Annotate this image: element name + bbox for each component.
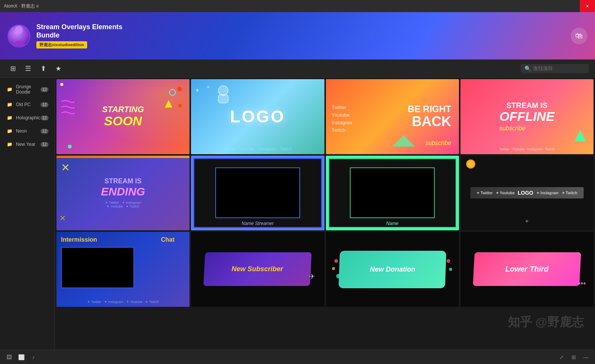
intermission-socials: ✦ Twitter · ✦ Instagram · ✦ Youtube · ✦ … (56, 300, 189, 304)
sidebar-item-neon[interactable]: 📁 Neon 12 (2, 125, 53, 137)
ending-text: Stream is ENDING ✦ Twitter ✦ Instagram✦ … (101, 178, 145, 208)
asset-grid: Starting SOON ✦ ✦ (56, 79, 593, 307)
main-layout: 📁 Grunge Doodle 12 📁 Old PC 12 📁 Hologra… (0, 78, 595, 350)
list-icon: ☰ (25, 64, 31, 73)
header-title-block: Stream Overlays Elements Bundle 野鹿志nixst… (36, 23, 122, 48)
offline-deco (575, 130, 586, 143)
sidebar-badge-grunge-doodle: 12 (41, 87, 49, 92)
sidebar-item-grunge-doodle[interactable]: 📁 Grunge Doodle 12 (2, 81, 53, 98)
music-icon[interactable]: ♪ (29, 353, 38, 362)
svg-rect-8 (218, 95, 228, 103)
folder-icon-5: 📁 (6, 141, 13, 148)
logo-bar-inner: ✦ Twitter ✦ Youtube LOGO ✦ Instagram ✦ T… (470, 187, 584, 198)
filter-icon: ⊞ (10, 64, 16, 73)
offline-text: Stream is OFFLINE subscribe (499, 101, 554, 132)
brb-text: Be Right BACK subscribe (408, 104, 451, 129)
star-button[interactable]: ★ (52, 62, 65, 75)
image-icon[interactable]: 🖼 (5, 353, 14, 362)
sidebar-label-neon: Neon (16, 128, 41, 134)
deco-waves (60, 98, 75, 120)
author-badge[interactable]: 野鹿志nixstudioedition (36, 41, 87, 48)
list-view-button[interactable]: ☰ (21, 62, 35, 75)
svg-point-0 (15, 26, 23, 34)
asset-card-new-donation[interactable]: New Donation (326, 232, 459, 307)
sidebar-item-holographic[interactable]: 📁 Holographic 12 (2, 111, 53, 124)
cart-button[interactable]: 🛍 (571, 28, 587, 44)
asset-card-stream-offline[interactable]: Stream is OFFLINE subscribe Twitter · Yo… (460, 79, 593, 154)
search-input[interactable] (533, 66, 586, 71)
close-button[interactable]: × (580, 0, 595, 12)
intermission-label: Intermission (61, 236, 97, 243)
new-donation-text: New Donation (370, 265, 415, 273)
webcam-frame-blue (192, 157, 323, 230)
star-icon: ★ (55, 64, 61, 73)
logo-icon (466, 159, 475, 169)
asset-card-lower-third[interactable]: Lower Third ••• (460, 232, 593, 307)
svg-marker-2 (165, 100, 172, 108)
asset-card-logo-bar[interactable]: ✦ Twitter ✦ Youtube LOGO ✦ Instagram ✦ T… (460, 156, 593, 231)
logo-text: LOGO (230, 107, 285, 126)
avatar-inner (8, 25, 30, 47)
svg-point-19 (449, 268, 452, 271)
status-bar-left: 🖼 ⬜ ♪ (5, 353, 38, 362)
sidebar-badge-neon: 12 (41, 129, 49, 134)
folder-icon-4: 📁 (6, 128, 13, 134)
export-button[interactable]: ⬆ (36, 62, 50, 75)
svg-text:Youtube: Youtube (332, 112, 349, 118)
lower-third-text: Lower Third (505, 265, 548, 273)
svg-text:Twitch: Twitch (332, 127, 346, 133)
product-title: Stream Overlays Elements Bundle (36, 23, 122, 39)
header-banner: Stream Overlays Elements Bundle 野鹿志nixst… (0, 12, 595, 59)
asset-card-logo[interactable]: ✦ ✦ ✦ LOGO Twitter · Youtube · Instagram… (191, 79, 324, 154)
folder-icon: 📁 (6, 86, 13, 93)
sidebar: 📁 Grunge Doodle 12 📁 Old PC 12 📁 Hologra… (0, 78, 55, 350)
asset-card-intermission[interactable]: Intermission Chat ✦ Twitter · ✦ Instagra… (56, 232, 189, 307)
sidebar-label-holographic: Holographic (16, 115, 41, 120)
asset-card-webcam-green[interactable]: Name (326, 156, 459, 231)
offline-socials: Twitter · Youtube · Instagram · Twitch (460, 147, 593, 151)
svg-point-3 (178, 104, 182, 108)
toolbar: ⊞ ☰ ⬆ ★ 🔍 (0, 59, 595, 78)
sidebar-item-old-pc[interactable]: 📁 Old PC 12 (2, 98, 53, 111)
layout-icon[interactable]: ⬜ (17, 353, 26, 362)
search-box[interactable]: 🔍 (521, 64, 589, 73)
deco-shapes (161, 85, 184, 117)
svg-point-16 (332, 267, 335, 270)
webcam-frame-green (327, 157, 458, 230)
filter-button[interactable]: ⊞ (6, 62, 20, 75)
svg-point-18 (446, 259, 450, 263)
webcam-label-green: Name (386, 221, 398, 226)
svg-point-15 (334, 259, 338, 263)
donation-deco-right (444, 257, 453, 281)
asset-card-webcam-blue[interactable]: Name Streamer (191, 156, 324, 231)
svg-point-1 (169, 89, 175, 95)
asset-card-starting-soon[interactable]: Starting SOON (56, 79, 189, 154)
sidebar-item-new-year[interactable]: 📁 New Year 12 (2, 138, 53, 151)
webcam-label-blue: Name Streamer (242, 221, 274, 226)
svg-marker-14 (575, 130, 586, 141)
content-area: Starting SOON ✦ ✦ (55, 78, 595, 350)
svg-text:✦: ✦ (206, 84, 210, 90)
stripe-top (56, 156, 189, 158)
logo-bar-socials: ✦ Twitter ✦ Youtube LOGO ✦ Instagram ✦ T… (476, 190, 577, 196)
brb-subscribe: subscribe (425, 140, 451, 147)
svg-marker-13 (392, 135, 415, 147)
asset-card-stream-ending[interactable]: ✕ ✕ Stream is ENDING ✦ Twitter ✦ Instagr… (56, 156, 189, 231)
new-subscriber-brush: New Subscriber (204, 252, 312, 286)
ending-socials: ✦ Twitter ✦ Instagram✦ Youtube ✦ Twitch (101, 201, 145, 208)
avatar (8, 25, 30, 47)
avatar-silhouette (11, 25, 27, 46)
minus-icon[interactable]: — (581, 353, 590, 362)
starting-soon-text: Starting SOON (102, 105, 144, 128)
expand-icon[interactable]: ⤢ (557, 353, 566, 362)
sidebar-label-old-pc: Old PC (16, 102, 41, 107)
new-subscriber-text: New Subscriber (232, 265, 283, 273)
asset-card-new-subscriber[interactable]: New Subscriber ✈ (191, 232, 324, 307)
lower-third-brush: Lower Third (473, 252, 581, 286)
sidebar-label-new-year: New Year (16, 142, 41, 147)
asset-card-be-right-back[interactable]: Twitter Youtube Instagram Twitch Be Righ… (326, 79, 459, 154)
grid-icon[interactable]: ⊞ (569, 353, 578, 362)
status-bar: 🖼 ⬜ ♪ ⤢ ⊞ — (0, 350, 595, 364)
brb-deco-shape (392, 135, 415, 147)
plane-icon: ✈ (309, 272, 315, 281)
